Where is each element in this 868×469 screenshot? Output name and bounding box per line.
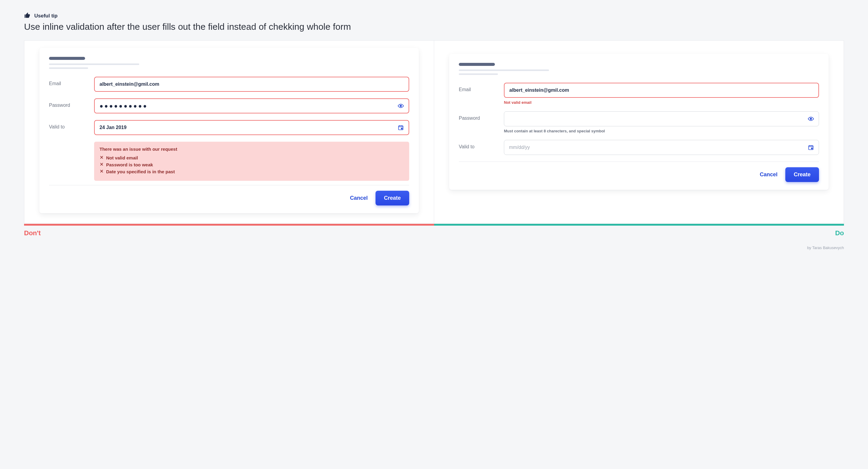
valid-to-field[interactable]: 24 Jan 2019: [94, 120, 409, 135]
valid-to-row: Valid to 24 Jan 2019: [49, 120, 409, 135]
valid-to-label: Valid to: [49, 120, 94, 130]
calendar-icon[interactable]: [398, 124, 404, 130]
do-pane: Email albert_einstein@gmil.com Not valid…: [434, 40, 844, 224]
dont-pane: Email albert_einstein@gmil.com Password …: [24, 40, 434, 224]
tip-label: Useful tip: [34, 13, 57, 19]
dont-bar: [24, 224, 434, 226]
error-summary-title: There was an issue with our request: [99, 147, 404, 152]
status-labels: Don't Do: [24, 229, 844, 237]
do-bar: [434, 224, 844, 226]
email-row: Email albert_einstein@gmil.com Not valid…: [459, 83, 819, 105]
svg-rect-5: [811, 148, 812, 149]
dont-card: Email albert_einstein@gmil.com Password …: [39, 48, 419, 213]
tip-header: Useful tip: [24, 12, 844, 20]
valid-to-label: Valid to: [459, 140, 504, 149]
calendar-icon[interactable]: [808, 144, 814, 150]
do-card: Email albert_einstein@gmil.com Not valid…: [449, 54, 829, 190]
error-text: Date you specified is in the past: [106, 169, 175, 174]
error-item: Not valid email: [99, 155, 404, 160]
password-label: Password: [459, 111, 504, 121]
password-row: Password Must contain at least 8 charect…: [459, 111, 819, 133]
divider: [49, 185, 409, 185]
password-row: Password ●●●●●●●●●●: [49, 98, 409, 113]
password-masked: ●●●●●●●●●●: [99, 103, 398, 109]
tip-text: Use inline validation after the user fil…: [24, 22, 844, 32]
eye-icon[interactable]: [398, 103, 404, 109]
valid-to-value: 24 Jan 2019: [99, 125, 398, 130]
svg-rect-2: [401, 128, 402, 129]
skeleton-header: [49, 57, 409, 69]
x-icon: [99, 155, 104, 160]
email-field[interactable]: albert_einstein@gmil.com: [504, 83, 819, 98]
create-button[interactable]: Create: [785, 167, 819, 182]
email-label: Email: [49, 77, 94, 86]
create-button[interactable]: Create: [375, 191, 409, 205]
valid-to-placeholder: mm/dd/yy: [509, 145, 808, 150]
svg-point-0: [400, 105, 402, 107]
cancel-button[interactable]: Cancel: [760, 172, 777, 178]
email-field[interactable]: albert_einstein@gmil.com: [94, 77, 409, 92]
dont-label: Don't: [24, 229, 40, 237]
email-row: Email albert_einstein@gmil.com: [49, 77, 409, 92]
valid-to-field[interactable]: mm/dd/yy: [504, 140, 819, 155]
divider: [459, 162, 819, 162]
skeleton-header: [459, 63, 819, 75]
x-icon: [99, 162, 104, 167]
password-hint: Must contain at least 8 charecters, and …: [504, 129, 819, 133]
actions-row: Cancel Create: [459, 167, 819, 182]
valid-to-row: Valid to mm/dd/yy: [459, 140, 819, 155]
password-field[interactable]: [504, 111, 819, 126]
svg-point-3: [810, 118, 812, 120]
error-item: Date you specified is in the past: [99, 169, 404, 174]
email-value: albert_einstein@gmil.com: [99, 82, 404, 87]
credit-text: by Taras Bakusevych: [24, 245, 844, 250]
email-label: Email: [459, 83, 504, 92]
error-text: Password is too weak: [106, 162, 153, 167]
error-text: Not valid email: [106, 155, 138, 160]
error-item: Password is too weak: [99, 162, 404, 167]
email-inline-error: Not valid email: [504, 100, 819, 105]
x-icon: [99, 169, 104, 174]
thumbs-up-icon: [24, 12, 31, 20]
error-summary-box: There was an issue with our request Not …: [94, 142, 409, 181]
password-label: Password: [49, 98, 94, 108]
do-label: Do: [835, 229, 844, 237]
actions-row: Cancel Create: [49, 191, 409, 205]
comparison-container: Email albert_einstein@gmil.com Password …: [24, 40, 844, 224]
email-value: albert_einstein@gmil.com: [509, 88, 813, 93]
status-bars: [24, 224, 844, 226]
cancel-button[interactable]: Cancel: [350, 195, 368, 201]
password-field[interactable]: ●●●●●●●●●●: [94, 98, 409, 113]
eye-icon[interactable]: [808, 116, 814, 122]
